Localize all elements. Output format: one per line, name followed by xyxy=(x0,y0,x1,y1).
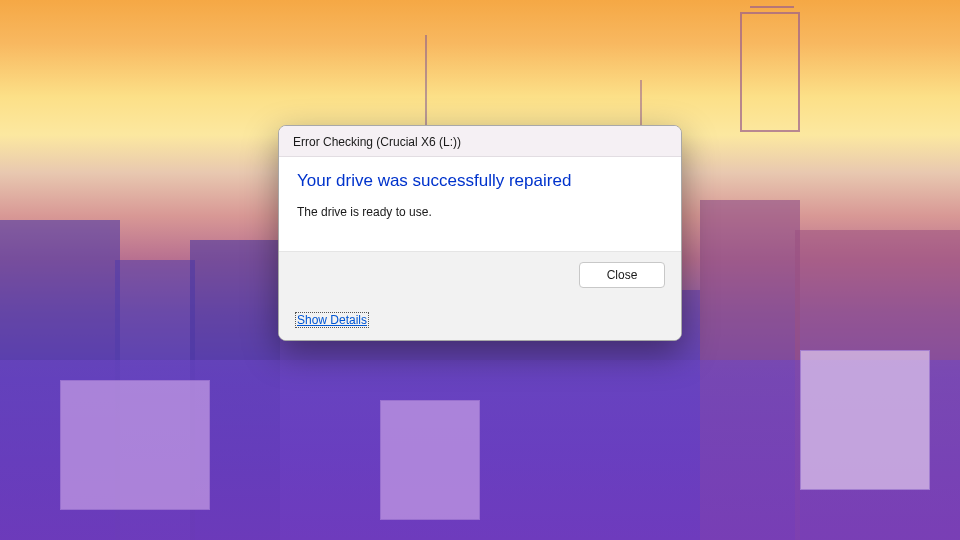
dialog-heading: Your drive was successfully repaired xyxy=(297,171,663,191)
close-button[interactable]: Close xyxy=(579,262,665,288)
show-details-link[interactable]: Show Details xyxy=(295,312,369,328)
dialog-body: Your drive was successfully repaired The… xyxy=(279,157,681,251)
error-checking-dialog: Error Checking (Crucial X6 (L:)) Your dr… xyxy=(278,125,682,341)
dialog-title: Error Checking (Crucial X6 (L:)) xyxy=(279,126,681,157)
dialog-button-row: Close xyxy=(279,251,681,300)
dialog-message: The drive is ready to use. xyxy=(297,205,663,219)
dialog-footer: Show Details xyxy=(279,300,681,340)
